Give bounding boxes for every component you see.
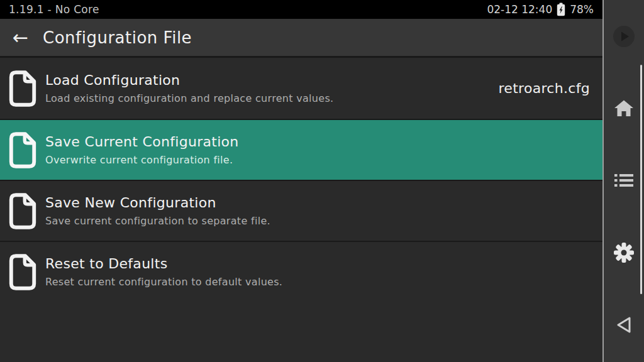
file-icon [8,131,38,169]
battery-charging-icon [557,3,565,16]
menu-item-sublabel: Overwrite current configuration file. [45,154,239,166]
menu-item-save-current-configuration[interactable]: Save Current Configuration Overwrite cur… [0,119,602,180]
menu-item-save-new-configuration[interactable]: Save New Configuration Save current conf… [0,180,602,241]
page-header: ← Configuration File [0,19,602,58]
menu-item-title: Save Current Configuration [45,134,239,150]
menu-item-sublabel: Save current configuration to separate f… [45,215,270,227]
menu-item-sublabel: Load existing configuration and replace … [45,92,333,104]
playlists-list-icon[interactable] [614,173,633,190]
file-icon [8,253,38,291]
menu-item-reset-to-defaults[interactable]: Reset to Defaults Reset current configur… [0,241,602,302]
file-icon [8,70,38,107]
settings-gear-icon[interactable] [613,242,635,266]
version-core-label: 1.19.1 - No Core [9,3,99,16]
menu-item-title: Save New Configuration [45,195,270,211]
status-right-group: 02-12 12:40 78% [487,3,594,16]
menu-item-sublabel: Reset current configuration to default v… [45,276,282,288]
menu-item-load-configuration[interactable]: Load Configuration Load existing configu… [0,58,602,119]
datetime-label: 02-12 12:40 [487,3,552,16]
right-sidebar [602,0,644,362]
file-icon [8,192,38,230]
menu-item-texts: Load Configuration Load existing configu… [45,72,333,104]
battery-percent-label: 78% [570,3,594,16]
menu-item-texts: Save Current Configuration Overwrite cur… [45,134,239,166]
retroarch-screen: 1.19.1 - No Core 02-12 12:40 78% ← Confi… [0,0,644,362]
back-triangle-icon[interactable] [614,315,634,337]
menu-item-texts: Reset to Defaults Reset current configur… [45,256,282,288]
menu-item-title: Reset to Defaults [45,256,282,272]
home-icon[interactable] [614,99,634,119]
page-title: Configuration File [43,28,192,47]
main-column: 1.19.1 - No Core 02-12 12:40 78% ← Confi… [0,0,602,362]
menu-list: Load Configuration Load existing configu… [0,58,602,302]
menu-item-texts: Save New Configuration Save current conf… [45,195,270,227]
scrollbar[interactable] [640,65,642,294]
menu-item-title: Load Configuration [45,72,333,88]
menu-item-value: retroarch.cfg [498,80,590,96]
resume-play-icon[interactable] [613,25,635,50]
status-bar: 1.19.1 - No Core 02-12 12:40 78% [0,0,602,19]
back-arrow-icon[interactable]: ← [13,28,34,47]
